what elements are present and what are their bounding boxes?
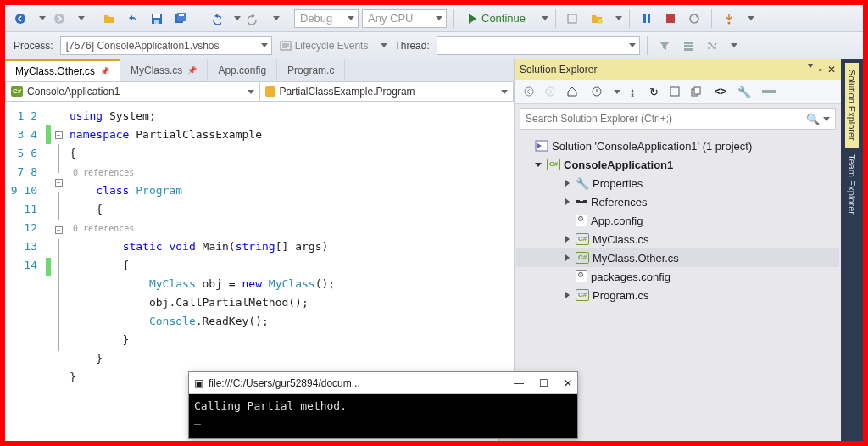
tree-item[interactable]: App.config [516,211,839,230]
fold-margin[interactable]: − − − [51,102,66,441]
sol-collapse-button[interactable] [665,82,684,101]
sol-forward-button[interactable] [541,82,559,101]
config-file-icon [576,270,587,282]
references-icon [576,197,587,207]
tree-item[interactable]: C#MyClass.cs [516,230,839,248]
filter-button[interactable] [654,36,675,56]
sol-back-button[interactable] [520,82,538,101]
svg-rect-11 [648,14,650,23]
codelens-ref[interactable]: 0 references [73,168,134,177]
restart-button[interactable] [684,8,704,29]
tree-label: packages.config [591,270,670,283]
svg-rect-3 [153,14,160,18]
tree-label: ConsoleApplication1 [564,159,673,171]
tree-label: Solution 'ConsoleApplication1' (1 projec… [552,140,752,153]
nav-forward-button[interactable] [49,8,70,29]
minimize-button[interactable]: — [514,377,524,389]
undo-button[interactable] [123,8,143,29]
tree-label: Program.cs [593,289,648,302]
tree-item[interactable]: 🔧Properties [516,174,839,192]
tab-myclass[interactable]: MyClass.cs📌 [120,59,208,81]
tree-item[interactable]: C#Program.cs [516,286,839,304]
nav-scope-combo[interactable]: C#ConsoleApplication1 [5,81,260,102]
chevron-down-icon [542,16,548,20]
svg-rect-8 [568,14,576,23]
nav-member-combo[interactable]: PartialClassExample.Program [260,81,515,102]
pin-icon: 📌 [100,67,109,75]
chevron-down-icon [234,16,241,20]
tree-item[interactable]: References [516,192,839,211]
tab-program[interactable]: Program.c [277,59,345,81]
tab-myclass-other[interactable]: MyClass.Other.cs📌 [5,59,120,81]
console-app-icon: ▣ [194,377,203,389]
svg-point-17 [546,87,554,96]
tree-item[interactable]: packages.config [516,267,839,286]
stop-button[interactable] [660,8,681,29]
shuffle-button[interactable] [702,36,722,56]
redo-step-button[interactable] [244,8,264,29]
pause-button[interactable] [637,8,657,29]
undo-step-button[interactable] [205,8,225,29]
save-all-button[interactable] [170,8,191,29]
sol-code-button[interactable]: <> [710,82,731,101]
bookmark-button[interactable] [587,8,607,29]
console-titlebar[interactable]: ▣ file:///C:/Users/gur52894/docum... — ☐… [189,372,577,394]
sol-preview-button[interactable] [758,82,780,101]
solution-explorer-title: Solution Explorer [520,64,597,75]
sol-refresh-button[interactable]: ↻ [644,82,663,101]
tree-item[interactable]: C#MyClass.Other.cs [516,248,839,267]
sol-history-button[interactable] [587,82,606,101]
fold-toggle[interactable]: − [55,179,63,187]
platform-combo[interactable]: Any CPU [362,9,447,28]
continue-button[interactable]: Continue [461,8,533,29]
pin-icon: 📌 [187,66,197,75]
fold-toggle[interactable]: − [55,131,63,139]
maximize-button[interactable]: ☐ [539,377,548,389]
svg-rect-22 [762,90,776,93]
sol-sync-button[interactable]: ↨ [623,82,642,101]
chevron-down-icon [78,16,85,20]
sol-copy-button[interactable] [687,82,705,101]
tab-appconfig[interactable]: App.config [208,59,277,81]
thread-combo[interactable] [437,36,640,55]
sol-properties-button[interactable]: 🔧 [733,82,755,101]
fold-toggle[interactable]: − [55,226,63,234]
process-combo[interactable]: [7576] ConsoleApplication1.vshos [60,36,272,55]
tree-project[interactable]: C# ConsoleApplication1 [516,155,839,174]
save-button[interactable] [147,8,167,29]
lifecycle-events-button[interactable]: Lifecycle Events [275,36,373,56]
chevron-right-icon [565,180,570,187]
tree-label: MyClass.Other.cs [593,252,679,265]
sol-home-button[interactable] [562,82,582,101]
solution-search[interactable]: 🔍 [520,108,836,130]
toggle-whitespace-button[interactable] [563,8,583,29]
svg-rect-4 [154,20,159,24]
step-into-button[interactable] [719,8,739,29]
svg-rect-7 [179,14,184,16]
solution-search-input[interactable] [526,113,806,125]
close-panel-button[interactable]: ✕ [827,64,836,75]
nav-back-button[interactable] [10,8,31,29]
config-file-icon [576,215,587,226]
svg-rect-12 [666,14,675,23]
svg-point-1 [54,14,64,24]
tree-label: App.config [591,215,643,227]
line-number-gutter: 1 2 3 4 5 6 7 8 9 10 11 12 13 14 [5,102,46,441]
tree-solution-root[interactable]: Solution 'ConsoleApplication1' (1 projec… [516,137,839,155]
side-tab-team-explorer[interactable]: Team Explorer [845,148,859,221]
svg-rect-19 [670,87,679,96]
window-menu-icon[interactable] [807,64,814,68]
chevron-right-icon [565,254,570,261]
close-button[interactable]: ✕ [564,377,572,389]
side-tab-solution-explorer[interactable]: Solution Explorer [845,63,859,148]
csharp-file-icon: C# [576,289,589,301]
config-combo[interactable]: Debug [294,9,359,28]
chevron-down-icon [535,163,542,167]
autohide-button[interactable]: ▫ [819,64,822,75]
console-window: ▣ file:///C:/Users/gur52894/docum... — ☐… [188,371,578,439]
codelens-ref[interactable]: 0 references [73,224,134,233]
open-file-button[interactable] [99,8,120,29]
stack-frame-button[interactable] [678,36,698,56]
search-icon: 🔍 [806,113,820,125]
solution-toolbar: ↨ ↻ <> 🔧 [515,80,841,104]
